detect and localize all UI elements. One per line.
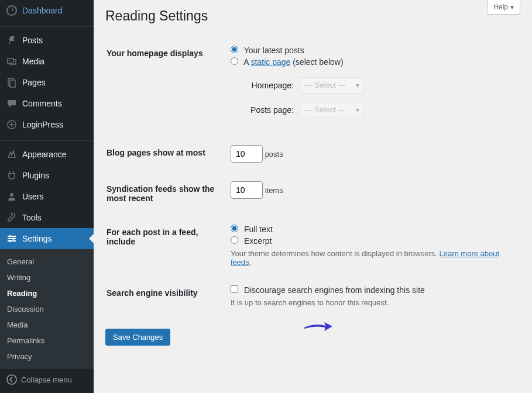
checkbox-discourage-text: Discourage search engines from indexing … bbox=[244, 285, 425, 295]
radio-static-prefix: A bbox=[243, 57, 250, 67]
plugins-icon bbox=[6, 170, 18, 181]
svg-point-12 bbox=[9, 240, 11, 242]
radio-static-page-label[interactable]: A static page (select below) bbox=[231, 57, 513, 67]
loginpress-icon bbox=[6, 119, 18, 130]
radio-latest-text: Your latest posts bbox=[244, 46, 304, 55]
radio-latest-posts-label[interactable]: Your latest posts bbox=[231, 46, 513, 55]
sidebar-item-label: Media bbox=[22, 57, 44, 66]
sidebar-item-dashboard[interactable]: Dashboard bbox=[0, 0, 94, 21]
help-tab[interactable]: Help ▾ bbox=[487, 0, 520, 15]
items-suffix: items bbox=[265, 186, 283, 195]
sidebar-item-comments[interactable]: Comments bbox=[0, 93, 94, 114]
svg-point-6 bbox=[10, 193, 13, 196]
sidebar-item-label: Users bbox=[22, 192, 44, 201]
collapse-menu-button[interactable]: Collapse menu bbox=[0, 369, 94, 390]
radio-full-text-label[interactable]: Full text bbox=[231, 225, 513, 234]
submenu-item-discussion[interactable]: Discussion bbox=[0, 301, 94, 317]
sidebar-item-label: Dashboard bbox=[22, 6, 63, 15]
radio-full-text[interactable] bbox=[231, 225, 238, 232]
svg-rect-1 bbox=[8, 58, 13, 63]
svg-rect-4 bbox=[10, 80, 15, 87]
appearance-icon bbox=[6, 149, 18, 160]
admin-sidebar: Dashboard Posts Media Pages Comments Log… bbox=[0, 0, 94, 393]
blog-pages-label: Blog pages show at most bbox=[107, 136, 224, 171]
sidebar-item-tools[interactable]: Tools bbox=[0, 207, 94, 228]
sidebar-item-label: Plugins bbox=[22, 171, 49, 180]
pushpin-icon bbox=[6, 35, 18, 46]
tools-icon bbox=[6, 212, 18, 223]
main-content: Help ▾ Reading Settings Your homepage di… bbox=[94, 0, 532, 393]
submenu-item-reading[interactable]: Reading bbox=[0, 285, 94, 301]
media-icon bbox=[6, 56, 18, 67]
svg-point-11 bbox=[12, 237, 15, 240]
sidebar-item-media[interactable]: Media bbox=[0, 51, 94, 72]
comments-icon bbox=[6, 98, 18, 109]
sidebar-item-label: Tools bbox=[22, 213, 42, 222]
sidebar-item-appearance[interactable]: Appearance bbox=[0, 144, 94, 165]
sidebar-separator bbox=[0, 138, 94, 141]
feed-desc-prefix: Your theme determines how content is dis… bbox=[231, 249, 439, 258]
chevron-down-icon: ▾ bbox=[510, 3, 514, 11]
settings-icon bbox=[6, 233, 18, 244]
submenu-item-media[interactable]: Media bbox=[0, 317, 94, 333]
static-page-link[interactable]: static page bbox=[251, 57, 291, 67]
sidebar-item-pages[interactable]: Pages bbox=[0, 72, 94, 93]
syndication-items-input[interactable] bbox=[231, 181, 263, 199]
page-title: Reading Settings bbox=[105, 8, 520, 24]
homepage-select-label: Homepage: bbox=[241, 81, 294, 90]
postspage-select-label: Posts page: bbox=[241, 105, 294, 115]
dashboard-icon bbox=[6, 5, 18, 16]
sidebar-separator bbox=[0, 24, 94, 27]
radio-static-page[interactable] bbox=[231, 57, 238, 65]
collapse-icon bbox=[6, 374, 18, 385]
postspage-select[interactable]: — Select — bbox=[300, 102, 364, 118]
syndication-label: Syndication feeds show the most recent bbox=[107, 173, 224, 215]
sidebar-item-posts[interactable]: Posts bbox=[0, 30, 94, 51]
posts-suffix: posts bbox=[265, 150, 283, 158]
save-changes-button[interactable]: Save Changes bbox=[105, 329, 170, 346]
checkbox-discourage-search-engines[interactable] bbox=[231, 285, 238, 293]
sidebar-item-label: Pages bbox=[22, 78, 46, 87]
sidebar-item-label: Posts bbox=[22, 36, 43, 45]
users-icon bbox=[6, 191, 18, 202]
sidebar-item-users[interactable]: Users bbox=[0, 186, 94, 207]
radio-excerpt[interactable] bbox=[231, 236, 238, 244]
sidebar-item-label: Appearance bbox=[22, 150, 67, 159]
feed-description: Your theme determines how content is dis… bbox=[231, 249, 513, 267]
svg-point-13 bbox=[7, 375, 16, 384]
feed-include-label: For each post in a feed, include bbox=[107, 216, 224, 275]
submenu-item-permalinks[interactable]: Permalinks bbox=[0, 333, 94, 349]
sidebar-item-label: Settings bbox=[22, 234, 52, 243]
radio-excerpt-label[interactable]: Excerpt bbox=[231, 236, 513, 246]
svg-point-10 bbox=[9, 235, 11, 237]
seo-visibility-label: Search engine visibility bbox=[107, 277, 224, 316]
settings-form-table: Your homepage displays Your latest posts… bbox=[105, 36, 520, 317]
radio-latest-posts[interactable] bbox=[231, 46, 238, 53]
submenu-item-writing[interactable]: Writing bbox=[0, 270, 94, 285]
radio-static-suffix: (select below) bbox=[290, 57, 343, 67]
homepage-select[interactable]: — Select — bbox=[300, 77, 364, 94]
annotation-arrow bbox=[303, 320, 332, 332]
radio-excerpt-text: Excerpt bbox=[244, 236, 272, 246]
posts-per-page-input[interactable] bbox=[231, 145, 263, 163]
pages-icon bbox=[6, 77, 18, 88]
feed-desc-suffix: . bbox=[249, 258, 252, 267]
static-page-options: Homepage: — Select — Posts page: — Selec… bbox=[241, 77, 513, 118]
settings-submenu: General Writing Reading Discussion Media… bbox=[0, 249, 94, 369]
sidebar-item-label: Comments bbox=[22, 99, 62, 108]
radio-full-text-text: Full text bbox=[244, 225, 273, 234]
checkbox-discourage-label[interactable]: Discourage search engines from indexing … bbox=[231, 285, 513, 295]
help-label: Help bbox=[493, 3, 508, 11]
seo-description: It is up to search engines to honor this… bbox=[231, 298, 513, 307]
sidebar-item-label: LoginPress bbox=[22, 120, 63, 129]
submenu-item-general[interactable]: General bbox=[0, 254, 94, 270]
svg-point-2 bbox=[9, 60, 10, 61]
sidebar-item-loginpress[interactable]: LoginPress bbox=[0, 114, 94, 135]
sidebar-item-plugins[interactable]: Plugins bbox=[0, 165, 94, 186]
collapse-label: Collapse menu bbox=[21, 375, 72, 384]
submenu-item-privacy[interactable]: Privacy bbox=[0, 349, 94, 364]
sidebar-item-settings[interactable]: Settings bbox=[0, 228, 94, 249]
homepage-displays-label: Your homepage displays bbox=[107, 37, 224, 135]
